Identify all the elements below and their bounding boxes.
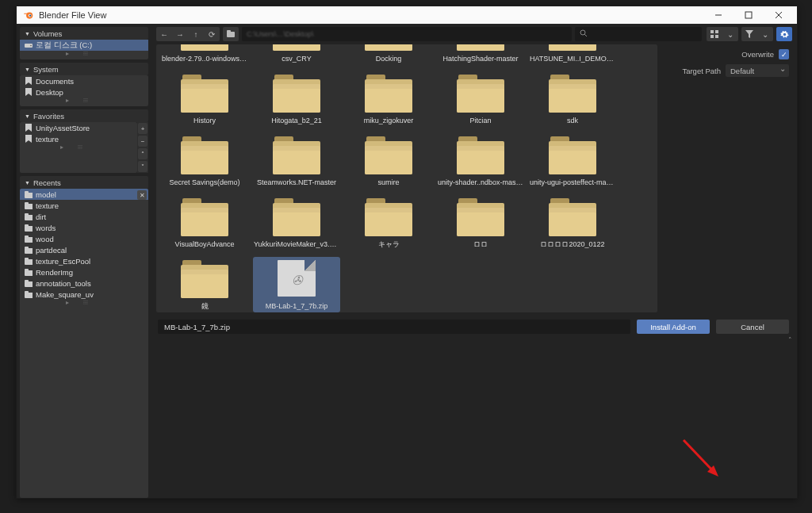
favorites-add-button[interactable]: + xyxy=(138,123,147,134)
overwrite-checkbox[interactable]: ✓ xyxy=(779,49,789,59)
install-addon-button[interactable]: Install Add-on xyxy=(637,320,710,334)
folder-item[interactable]: blender-2.79..0-windows64 xyxy=(161,44,248,65)
option-overwrite: Overwrite ✓ xyxy=(668,49,789,59)
maximize-button[interactable] xyxy=(733,6,764,24)
folder-item[interactable]: sdk xyxy=(529,71,616,127)
svg-rect-34 xyxy=(715,30,718,33)
panel-grip[interactable]: ▸፧፧፧ xyxy=(20,98,148,103)
folder-item[interactable]: キャラ xyxy=(345,195,432,251)
filter-button[interactable] xyxy=(741,27,757,41)
svg-rect-27 xyxy=(25,293,33,298)
sidebar-item-label: words xyxy=(36,224,56,232)
favorites-scroll-up[interactable]: ˄ xyxy=(138,148,147,159)
folder-item[interactable]: Steamworks.NET-master xyxy=(253,133,340,189)
panel-grip[interactable]: ▸፧፧፧ xyxy=(20,144,137,150)
filename-text: MB-Lab-1_7_7b.zip xyxy=(164,323,230,331)
overwrite-label: Overwrite xyxy=(741,50,774,59)
item-label: YukkuriMovieMaker_v3.4.… xyxy=(254,239,339,249)
close-button[interactable] xyxy=(764,6,794,24)
view-thumbnails-button[interactable] xyxy=(707,27,722,41)
sidebar-item[interactable]: partdecal xyxy=(20,244,148,255)
folder-item[interactable]: HATSUNE_MI..I_DEMO_Win xyxy=(529,44,616,65)
folder-icon xyxy=(25,224,33,232)
folder-item[interactable]: miku_zigokuver xyxy=(345,71,432,127)
folder-item[interactable]: unity-ugui-posteffect-master xyxy=(529,133,616,189)
folder-icon xyxy=(271,135,322,174)
search-input[interactable] xyxy=(575,27,702,41)
panel-grip[interactable]: ▸፧፧፧ xyxy=(20,51,148,56)
svg-rect-4 xyxy=(745,12,752,18)
svg-rect-15 xyxy=(25,226,33,232)
panel-head-volumes[interactable]: ▼Volumes xyxy=(20,27,148,40)
folder-item[interactable]: Pitcian xyxy=(437,71,524,127)
sidebar-item[interactable]: model xyxy=(20,189,148,200)
panel-grip[interactable]: ▸፧፧፧ xyxy=(20,300,148,305)
path-input[interactable]: C:\Users\…\Desktop\ xyxy=(242,27,572,41)
item-label: キャラ xyxy=(346,239,431,249)
file-item[interactable]: ✇MB-Lab-1_7_7b.zip xyxy=(253,257,340,312)
filter-dropdown-button[interactable]: ⌄ xyxy=(757,27,773,41)
folder-item[interactable]: 鏡 xyxy=(161,257,248,312)
sidebar-item[interactable]: wood xyxy=(20,233,148,244)
folder-item[interactable]: VisualBoyAdvance xyxy=(161,195,248,251)
favorites-scroll-down[interactable]: ˅ xyxy=(138,161,147,172)
sidebar-item[interactable]: Documents xyxy=(20,75,148,86)
nav-back-button[interactable]: ← xyxy=(156,27,172,41)
item-label: 鏡 xyxy=(162,301,247,311)
panel-head-recents[interactable]: ▼Recents xyxy=(20,176,148,189)
sidebar-item[interactable]: RenderImg xyxy=(20,266,148,278)
item-label: blender-2.79..0-windows64 xyxy=(162,54,247,63)
toolbar-right: ⌄ ⌄ xyxy=(707,24,797,44)
folder-item[interactable]: Hitogata_b2_21 xyxy=(253,71,340,127)
minimize-button[interactable] xyxy=(703,6,733,24)
favorites-remove-button[interactable]: − xyxy=(138,136,147,147)
sidebar-item[interactable]: texture xyxy=(20,200,148,211)
folder-item[interactable]: unity-shader..ndbox-master xyxy=(437,133,524,189)
sidebar-item[interactable]: dirt xyxy=(20,211,148,222)
folder-item[interactable]: sumire xyxy=(345,133,432,189)
sidebar-item-label: dirt xyxy=(36,212,46,221)
view-dropdown-button[interactable]: ⌄ xyxy=(722,27,738,41)
folder-item[interactable]: csv_CRY xyxy=(253,44,340,65)
nav-up-button[interactable]: ↑ xyxy=(188,27,204,41)
settings-button[interactable] xyxy=(776,27,792,41)
folder-icon xyxy=(25,246,33,254)
item-label: unity-ugui-posteffect-master xyxy=(530,178,615,187)
svg-rect-14 xyxy=(25,213,29,216)
folder-item[interactable]: Docking xyxy=(345,44,432,65)
window-title: Blender File View xyxy=(39,10,703,20)
folder-item[interactable]: YukkuriMovieMaker_v3.4.… xyxy=(253,195,340,251)
nav-forward-button[interactable]: → xyxy=(172,27,188,41)
sidebar-item[interactable]: texture_EscPool xyxy=(20,255,148,266)
sidebar-item[interactable]: words xyxy=(20,222,148,233)
nav-refresh-button[interactable]: ⟳ xyxy=(204,27,220,41)
folder-item[interactable]: ロロ xyxy=(437,195,524,251)
filename-input[interactable]: MB-Lab-1_7_7b.zip xyxy=(158,320,630,334)
folder-item[interactable]: Secret Savings(demo) xyxy=(161,133,248,189)
targetpath-select[interactable]: Default xyxy=(726,64,789,77)
item-label: unity-shader..ndbox-master xyxy=(438,178,523,187)
svg-rect-9 xyxy=(25,193,33,198)
sidebar-item-label: Make_square_uv xyxy=(36,290,94,299)
search-icon xyxy=(580,29,588,39)
sidebar-item[interactable]: annotation_tools xyxy=(20,278,148,289)
panel-head-favorites[interactable]: ▼Favorites xyxy=(20,109,148,122)
chevron-up-icon[interactable]: ˄ xyxy=(788,336,792,344)
sidebar-item-label: UnityAssetStore xyxy=(36,124,90,132)
folder-item[interactable]: ロロロロ2020_0122 xyxy=(529,195,616,251)
sidebar-item[interactable]: UnityAssetStore xyxy=(20,122,137,133)
svg-point-31 xyxy=(580,30,585,35)
svg-rect-33 xyxy=(710,30,714,33)
cancel-button[interactable]: Cancel xyxy=(716,320,789,334)
panel-head-system[interactable]: ▼System xyxy=(20,63,148,75)
folder-icon xyxy=(25,212,33,220)
folder-icon xyxy=(25,290,33,298)
new-folder-button[interactable] xyxy=(223,27,239,41)
svg-rect-19 xyxy=(25,248,33,254)
folder-item[interactable]: HatchingShader-master xyxy=(437,44,524,65)
folder-icon xyxy=(363,73,414,113)
folder-icon xyxy=(547,44,598,51)
folder-item[interactable]: History xyxy=(161,71,248,127)
svg-point-2 xyxy=(29,14,31,16)
recents-clear-button[interactable]: ✕ xyxy=(137,190,147,200)
